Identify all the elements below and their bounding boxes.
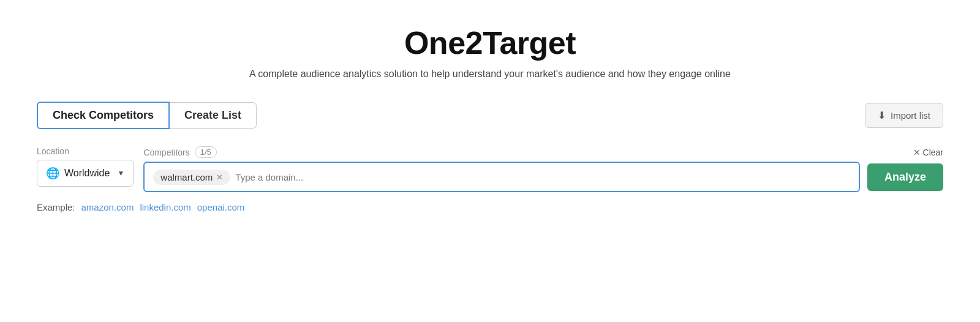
competitors-count-badge: 1/5 xyxy=(195,146,217,158)
page-subtitle: A complete audience analytics solution t… xyxy=(249,69,731,80)
location-label: Location xyxy=(37,146,134,156)
competitor-input[interactable] xyxy=(235,172,850,182)
competitor-tag: walmart.com ✕ xyxy=(153,170,230,185)
example-link-openai[interactable]: openai.com xyxy=(197,202,245,212)
tab-check-competitors[interactable]: Check Competitors xyxy=(37,102,170,129)
controls-row: Location 🌐 Worldwide ▼ Competitors 1/5 ✕… xyxy=(37,146,943,192)
download-icon: ⬇ xyxy=(878,110,886,121)
analyze-button[interactable]: Analyze xyxy=(867,163,943,191)
competitors-input-row: walmart.com ✕ Analyze xyxy=(143,162,943,192)
page-title: One2Target xyxy=(249,24,731,61)
tabs-row: Check Competitors Create List ⬇ Import l… xyxy=(37,102,943,129)
example-link-linkedin[interactable]: linkedin.com xyxy=(140,202,190,212)
competitors-section: Competitors 1/5 ✕ Clear walmart.com ✕ An… xyxy=(143,146,943,192)
example-label: Example: xyxy=(37,202,75,212)
competitors-label-left: Competitors 1/5 xyxy=(143,146,217,158)
competitors-label: Competitors xyxy=(143,148,189,157)
import-list-button[interactable]: ⬇ Import list xyxy=(865,103,943,128)
main-content: Check Competitors Create List ⬇ Import l… xyxy=(37,102,943,212)
location-section: Location 🌐 Worldwide ▼ xyxy=(37,146,134,187)
competitors-label-row: Competitors 1/5 ✕ Clear xyxy=(143,146,943,158)
chevron-down-icon: ▼ xyxy=(117,169,124,178)
import-label: Import list xyxy=(891,110,930,121)
globe-icon: 🌐 xyxy=(46,167,59,180)
competitor-tag-value: walmart.com xyxy=(160,172,213,182)
location-dropdown[interactable]: 🌐 Worldwide ▼ xyxy=(37,160,134,187)
clear-label: Clear xyxy=(923,148,943,157)
close-icon: ✕ xyxy=(913,148,921,157)
page-header: One2Target A complete audience analytics… xyxy=(249,24,731,80)
location-value: Worldwide xyxy=(64,168,110,179)
example-link-amazon[interactable]: amazon.com xyxy=(81,202,134,212)
examples-row: Example: amazon.com linkedin.com openai.… xyxy=(37,202,943,212)
competitors-input-wrapper[interactable]: walmart.com ✕ xyxy=(143,162,860,192)
tag-remove-icon[interactable]: ✕ xyxy=(216,173,223,182)
clear-button[interactable]: ✕ Clear xyxy=(913,148,943,157)
tabs-left: Check Competitors Create List xyxy=(37,102,257,129)
tab-create-list[interactable]: Create List xyxy=(170,102,257,129)
